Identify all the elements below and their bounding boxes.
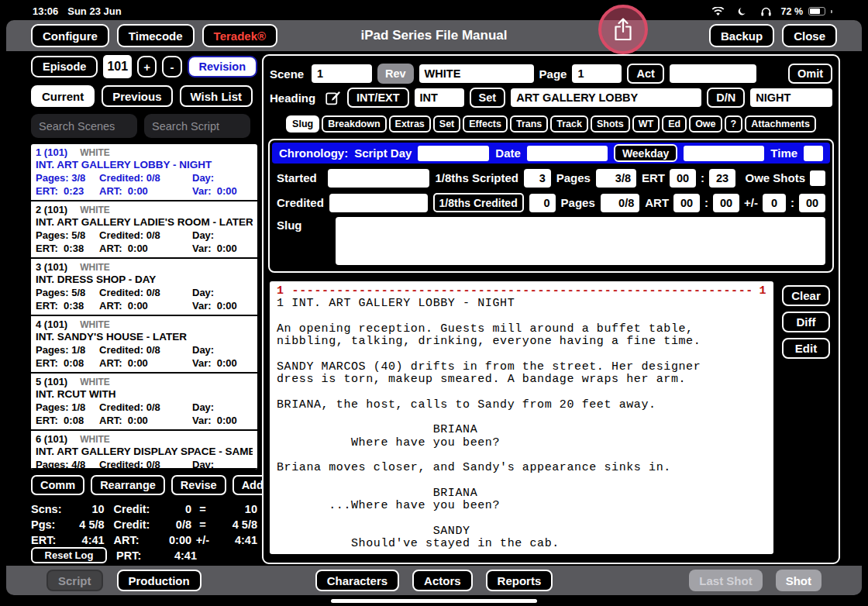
compose-pencil-icon[interactable] <box>323 90 342 106</box>
tab-set[interactable]: Set <box>433 115 460 133</box>
script-view-button[interactable]: Script <box>46 570 103 591</box>
prt-label: PRT: <box>116 549 163 562</box>
pages-scripted-field[interactable]: 3/8 <box>596 169 636 188</box>
rule-left-number: 1 <box>277 285 284 298</box>
last-shot-button[interactable]: Last Shot <box>689 570 762 591</box>
reset-log-button[interactable]: Reset Log <box>31 547 107 563</box>
tab-track[interactable]: Track <box>550 115 588 133</box>
characters-button[interactable]: Characters <box>315 570 399 591</box>
actors-button[interactable]: Actors <box>412 570 473 591</box>
scene-list-item[interactable]: 2 (101)WHITEINT. ART GALLERY LADIE'S ROO… <box>31 201 257 259</box>
script-day-field[interactable] <box>418 146 489 161</box>
credited-field[interactable] <box>329 194 428 212</box>
scene-list-item[interactable]: 5 (101)WHITEINT. RCUT WITHPages: 1/8Cred… <box>31 374 257 431</box>
home-indicator[interactable] <box>331 599 537 603</box>
episode-button[interactable]: Episode <box>31 56 98 77</box>
revision-button[interactable]: Revision <box>188 56 257 77</box>
scene-list-item[interactable]: 4 (101)WHITEINT. SANDY'S HOUSE - LATERPa… <box>31 316 257 374</box>
edit-button[interactable]: Edit <box>782 338 830 359</box>
episode-number-field[interactable]: 101 <box>103 55 132 78</box>
omit-button[interactable]: Omit <box>788 64 832 84</box>
art-hours-field[interactable]: 00 <box>673 194 700 212</box>
art-minutes-field[interactable]: 00 <box>713 194 739 212</box>
ert-total-value: 4:41 <box>70 534 104 546</box>
set-field[interactable]: ART GALLERY LOBBY <box>511 88 701 107</box>
script-text-panel[interactable]: 1 --------------------------------------… <box>270 281 773 554</box>
page-number-field[interactable]: 1 <box>572 64 622 83</box>
tab-breakdown[interactable]: Breakdown <box>322 115 386 133</box>
search-script-input[interactable] <box>144 114 250 138</box>
eighths-credited-field[interactable]: 0 <box>529 194 556 212</box>
script-color-field[interactable]: WHITE <box>419 64 534 83</box>
scene-list-item[interactable]: 1 (101)WHITEINT. ART GALLERY LOBBY - NIG… <box>31 144 257 201</box>
ert-minutes-field[interactable]: 23 <box>709 169 735 188</box>
day-night-button[interactable]: D/N <box>707 88 745 108</box>
backup-button[interactable]: Backup <box>709 24 774 47</box>
tab-previous[interactable]: Previous <box>102 85 172 107</box>
tab-wt[interactable]: WT <box>632 115 660 133</box>
owe-shots-checkbox[interactable] <box>810 170 825 186</box>
status-time: 13:06 <box>33 5 58 17</box>
plusminus-hours-field[interactable]: 0 <box>763 194 786 212</box>
episode-decrement-button[interactable]: - <box>162 56 181 77</box>
credit-pgs-value: 0/8 <box>159 518 191 531</box>
tab-effects[interactable]: Effects <box>463 115 508 133</box>
script-line <box>277 512 766 525</box>
tab-shots[interactable]: Shots <box>591 115 630 133</box>
shot-button[interactable]: Shot <box>776 570 822 591</box>
tab-attachments[interactable]: Attachments <box>745 115 816 133</box>
comm-button[interactable]: Comm <box>31 475 84 495</box>
reports-button[interactable]: Reports <box>486 570 553 591</box>
tab-ed[interactable]: Ed <box>662 115 687 133</box>
tab-extras[interactable]: Extras <box>389 115 431 133</box>
teradek-button[interactable]: Teradek® <box>202 24 277 47</box>
day-night-field[interactable]: NIGHT <box>750 88 832 107</box>
diff-button[interactable]: Diff <box>782 312 830 332</box>
weekday-field[interactable] <box>684 146 764 161</box>
slug-textarea[interactable] <box>336 217 825 265</box>
pages-credited-field[interactable]: 0/8 <box>601 194 639 212</box>
configure-button[interactable]: Configure <box>31 24 109 47</box>
tab-current[interactable]: Current <box>31 85 95 107</box>
int-ext-field[interactable]: INT <box>415 88 464 107</box>
tab-trans[interactable]: Trans <box>510 115 548 133</box>
act-value-field[interactable] <box>670 64 756 83</box>
script-line: BRIANA, the host, calls to Sandy from 20… <box>277 399 766 411</box>
crescent-moon-icon <box>733 7 752 16</box>
episode-increment-button[interactable]: + <box>137 56 157 77</box>
clear-button[interactable]: Clear <box>782 285 830 306</box>
scene-list-item[interactable]: 6 (101)WHITEINT. ART GALLERY DISPLAY SPA… <box>31 431 257 470</box>
credit-pgs-label: Credit: <box>114 518 159 531</box>
tab-idx11[interactable]: ? <box>725 115 743 133</box>
rearrange-button[interactable]: Rearrange <box>91 475 165 495</box>
rev-button[interactable]: Rev <box>377 64 414 84</box>
script-line: SANDY MARCOS (40) drifts in from the str… <box>277 361 766 374</box>
tab-slug[interactable]: Slug <box>286 115 319 133</box>
eighths-credited-button[interactable]: 1/8ths Credited <box>433 193 524 212</box>
ert-hours-field[interactable]: 00 <box>670 169 696 188</box>
timecode-button[interactable]: Timecode <box>117 24 195 47</box>
totals-summary: Scns: 10 Credit: 0 = 10 Pgs: 4 5/8 Credi… <box>31 502 257 562</box>
started-label: Started <box>277 171 322 184</box>
search-scenes-input[interactable] <box>31 114 137 138</box>
tab-owe[interactable]: Owe <box>689 115 722 133</box>
scene-number-field[interactable]: 1 <box>312 64 372 83</box>
tab-wish-list[interactable]: Wish List <box>180 85 253 107</box>
int-ext-button[interactable]: INT/EXT <box>347 88 409 108</box>
date-field[interactable] <box>527 146 608 161</box>
started-field[interactable] <box>328 169 430 188</box>
share-up-arrow-icon <box>613 17 633 42</box>
revise-button[interactable]: Revise <box>171 475 226 495</box>
scene-list-item[interactable]: 3 (101)WHITEINT. DRESS SHOP - DAYPages: … <box>31 259 257 316</box>
set-button[interactable]: Set <box>470 88 506 108</box>
script-line: dress is torn, makeup smeared. A bandage… <box>277 374 766 386</box>
eighths-scripted-field[interactable]: 3 <box>524 169 551 188</box>
share-button[interactable] <box>613 17 633 42</box>
close-button[interactable]: Close <box>782 24 837 47</box>
production-button[interactable]: Production <box>117 570 202 591</box>
act-button[interactable]: Act <box>627 64 663 84</box>
plusminus-minutes-field[interactable]: 00 <box>799 194 825 212</box>
time-field[interactable] <box>804 146 823 161</box>
weekday-button[interactable]: Weekday <box>614 144 677 162</box>
started-row: Started 1/8ths Scripted 3 Pages 3/8 ERT … <box>272 164 830 188</box>
